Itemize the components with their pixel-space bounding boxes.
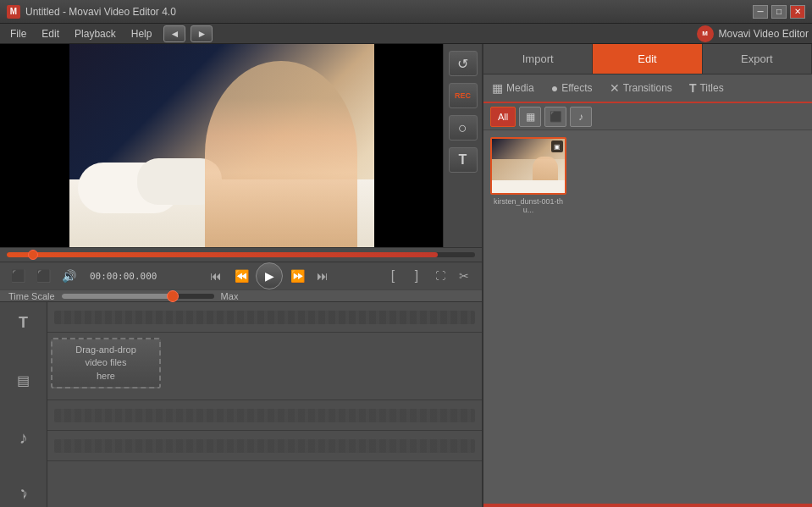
nav-back-button[interactable]: ◄ — [163, 25, 185, 42]
tab-import[interactable]: Import — [483, 44, 593, 74]
subtab-media[interactable]: ▦ Media — [483, 74, 543, 102]
subtab-effects[interactable]: ● Effects — [543, 74, 601, 102]
title-track — [47, 302, 482, 333]
progress-fill — [7, 252, 438, 257]
titles-label: Titles — [699, 82, 723, 94]
main-layout: ↺ REC ○ T ⬛ ⬛ 🔊 00:00:00.000 ⏮ ⏪ ▶ ⏩ — [0, 44, 812, 507]
video-area: ↺ REC ○ T — [0, 44, 482, 247]
brand-text: Movavi Video Editor — [719, 28, 809, 40]
window-title: Untitled - Movavi Video Editor 4.0 — [25, 6, 753, 18]
filter-audio-button[interactable]: ♪ — [570, 107, 592, 127]
audio-track-1 — [47, 400, 482, 431]
volume-button[interactable]: 🔊 — [58, 266, 80, 286]
prev-button[interactable]: ⏮ — [205, 266, 227, 286]
top-tabs: Import Edit Export — [483, 44, 812, 74]
app-icon: M — [7, 5, 20, 19]
timescale-bar: Time Scale Max — [0, 289, 482, 301]
filter-all-button[interactable]: All — [490, 107, 516, 127]
fullscreen-button[interactable]: ⛶ — [429, 266, 451, 286]
audio-track2-strip — [54, 439, 475, 453]
media-label: Media — [506, 82, 534, 94]
tab-edit[interactable]: Edit — [593, 44, 702, 74]
transitions-icon: ✕ — [610, 81, 620, 95]
undo-button[interactable]: ↺ — [449, 51, 478, 76]
video-preview[interactable] — [0, 44, 443, 247]
person-silhouette — [205, 61, 357, 247]
right-panel: Import Edit Export ▦ Media ● Effects ✕ T… — [482, 44, 812, 507]
menu-help[interactable]: Help — [124, 26, 159, 41]
timeline-left-icons: T ▤ ♪ ♪ — [0, 302, 47, 507]
window-controls: ─ □ ✕ — [753, 5, 805, 19]
video-side-controls: ↺ REC ○ T — [443, 44, 482, 247]
filter-image-button[interactable]: ⬛ — [544, 107, 566, 127]
video-thumbnail — [69, 44, 374, 247]
playback-controls: ⏮ ⏪ ▶ ⏩ ⏭ — [205, 262, 334, 289]
subtab-transitions[interactable]: ✕ Transitions — [601, 74, 681, 102]
cut-button[interactable]: ✂ — [453, 266, 475, 286]
sub-tabs: ▦ Media ● Effects ✕ Transitions T Titles — [483, 74, 812, 103]
left-panel: ↺ REC ○ T ⬛ ⬛ 🔊 00:00:00.000 ⏮ ⏪ ▶ ⏩ — [0, 44, 482, 507]
nav-forward-button[interactable]: ► — [191, 25, 213, 42]
effects-icon: ● — [551, 81, 558, 95]
rewind-button[interactable]: ⏪ — [230, 266, 252, 286]
audio-track1-icon[interactable]: ♪ — [10, 426, 37, 449]
menu-edit[interactable]: Edit — [35, 26, 66, 41]
maximize-button[interactable]: □ — [771, 5, 787, 19]
menu-bar: File Edit Playback Help ◄ ► M Movavi Vid… — [0, 24, 812, 44]
timescale-label: Time Scale — [8, 291, 55, 301]
minimize-button[interactable]: ─ — [753, 5, 768, 19]
media-grid: ▣ kirsten_dunst-001-thu... — [483, 130, 812, 504]
progress-thumb[interactable] — [28, 250, 38, 260]
title-track-strip — [54, 311, 475, 324]
video-track-icon[interactable]: ▤ — [10, 368, 37, 392]
progress-area — [0, 247, 482, 262]
time-display: 00:00:00.000 — [90, 271, 157, 282]
close-button[interactable]: ✕ — [790, 5, 805, 19]
text-overlay-button[interactable]: T — [449, 147, 478, 173]
video-track[interactable]: Drag-and-drop video files here — [47, 333, 482, 400]
audio-track1-strip — [54, 409, 475, 422]
tab-export[interactable]: Export — [703, 44, 812, 74]
subtab-titles[interactable]: T Titles — [681, 74, 732, 102]
title-bar: M Untitled - Movavi Video Editor 4.0 ─ □… — [0, 0, 812, 24]
audio-track-2 — [47, 431, 482, 461]
ff-button[interactable]: ⏩ — [286, 266, 308, 286]
transitions-label: Transitions — [623, 82, 672, 94]
play-button[interactable]: ▶ — [256, 262, 283, 289]
titles-icon: T — [689, 81, 697, 95]
menu-file[interactable]: File — [3, 26, 33, 41]
bracket-controls: [ ] ⛶ ✂ — [382, 266, 475, 286]
audio-track2-icon[interactable]: ♪ — [10, 483, 37, 507]
brand-area: M Movavi Video Editor — [697, 25, 809, 42]
film-icon-1: ▣ — [551, 141, 563, 152]
rec-button[interactable]: REC — [449, 83, 478, 108]
movavi-logo: M — [697, 25, 714, 42]
video-drop-zone[interactable]: Drag-and-drop video files here — [51, 338, 161, 389]
timeline-tracks: Drag-and-drop video files here — [47, 302, 482, 507]
filter-video-button[interactable]: ▦ — [519, 107, 541, 127]
mark-out-button[interactable]: ] — [406, 266, 428, 286]
media-icon: ▦ — [492, 81, 503, 95]
clip-button[interactable]: ⬛ — [32, 266, 54, 286]
effects-label: Effects — [561, 82, 592, 94]
record-circle-button[interactable]: ○ — [449, 115, 478, 141]
controls-area: ⬛ ⬛ 🔊 00:00:00.000 ⏮ ⏪ ▶ ⏩ ⏭ [ ] ⛶ ✂ — [0, 262, 482, 289]
menu-playback[interactable]: Playback — [68, 26, 123, 41]
max-label: Max — [221, 291, 239, 301]
snapshot-button[interactable]: ⬛ — [7, 266, 29, 286]
media-item-1[interactable]: ▣ kirsten_dunst-001-thu... — [490, 137, 566, 214]
bottom-accent-line — [483, 504, 812, 507]
media-label-1: kirsten_dunst-001-thu... — [490, 197, 566, 214]
drop-zone-text: Drag-and-drop video files here — [75, 344, 136, 383]
mark-in-button[interactable]: [ — [382, 266, 404, 286]
progress-track[interactable] — [7, 252, 475, 257]
timescale-fill — [62, 294, 172, 299]
timescale-track[interactable] — [62, 294, 214, 299]
timeline-area: T ▤ ♪ ♪ Drag-and-drop video files here — [0, 301, 482, 507]
media-thumb-1: ▣ — [490, 137, 566, 195]
timescale-thumb[interactable] — [167, 290, 179, 302]
filter-bar: All ▦ ⬛ ♪ — [483, 103, 812, 130]
title-track-icon[interactable]: T — [10, 311, 37, 334]
next-button[interactable]: ⏭ — [312, 266, 334, 286]
